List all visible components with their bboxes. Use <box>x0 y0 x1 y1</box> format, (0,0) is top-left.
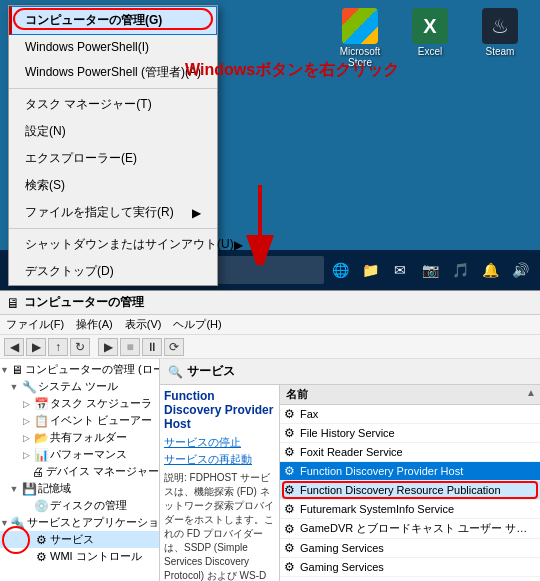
tree-toggle-shared[interactable]: ▷ <box>20 432 32 444</box>
tree-item-performance[interactable]: ▷ 📊 パフォーマンス <box>0 446 159 463</box>
service-row-fdph[interactable]: ⚙ Function Discovery Provider Host <box>280 462 540 481</box>
service-row-fax[interactable]: ⚙ Fax <box>280 405 540 424</box>
toolbar-up[interactable]: ↑ <box>48 338 68 356</box>
services-header-text: サービス <box>187 363 235 380</box>
service-row-foxit[interactable]: ⚙ Foxit Reader Service <box>280 443 540 462</box>
context-menu-item-task-mgr[interactable]: タスク マネージャー(T) <box>9 91 217 118</box>
window-titlebar: 🖥 コンピューターの管理 <box>0 291 540 315</box>
tree-toggle-event[interactable]: ▷ <box>20 415 32 427</box>
context-menu-item-powershell-admin[interactable]: Windows PowerShell (管理者)(A) <box>9 59 217 86</box>
ms-store-label: Microsoft Store <box>330 46 390 68</box>
service-row-icon-fh: ⚙ <box>284 426 298 440</box>
toolbar-pause[interactable]: ⏸ <box>142 338 162 356</box>
tree-item-services[interactable]: ⚙ サービス <box>0 531 159 548</box>
excel-label: Excel <box>418 46 442 57</box>
ms-store-app-icon <box>342 8 378 44</box>
tree-toggle-services[interactable] <box>20 534 32 546</box>
tree-icon-perf: 📊 <box>34 448 48 462</box>
menu-help[interactable]: ヘルプ(H) <box>173 317 221 332</box>
context-menu-item-run[interactable]: ファイルを指定して実行(R) ▶ <box>9 199 217 226</box>
service-col-name-header: 名前 <box>284 387 526 402</box>
toolbar-restart[interactable]: ⟳ <box>164 338 184 356</box>
context-menu: コンピューターの管理(G) Windows PowerShell(I) Wind… <box>8 5 218 286</box>
taskbar-icon-camera[interactable]: 📷 <box>418 258 442 282</box>
toolbar-refresh[interactable]: ↻ <box>70 338 90 356</box>
computer-management-window: 🖥 コンピューターの管理 ファイル(F) 操作(A) 表示(V) ヘルプ(H) … <box>0 290 540 581</box>
tree-toggle-system[interactable]: ▼ <box>8 381 20 393</box>
context-menu-item-computer-mgmt[interactable]: コンピューターの管理(G) <box>9 6 217 35</box>
context-menu-item-explorer[interactable]: エクスプローラー(E) <box>9 145 217 172</box>
tree-item-device-mgr[interactable]: 🖨 デバイス マネージャー <box>0 463 159 480</box>
tree-item-disk-mgmt[interactable]: 💿 ディスクの管理 <box>0 497 159 514</box>
toolbar-play[interactable]: ▶ <box>98 338 118 356</box>
taskbar-icon-music[interactable]: 🎵 <box>448 258 472 282</box>
service-row-icon-gaming2: ⚙ <box>284 560 298 574</box>
tree-item-shared-folders[interactable]: ▷ 📂 共有フォルダー <box>0 429 159 446</box>
service-row-icon-futuremark: ⚙ <box>284 502 298 516</box>
steam-icon-desktop[interactable]: ♨ Steam <box>470 8 530 68</box>
service-row-futuremark[interactable]: ⚙ Futuremark SystemInfo Service <box>280 500 540 519</box>
tree-toggle-storage[interactable]: ▼ <box>8 483 20 495</box>
tree-toggle-disk[interactable] <box>20 500 32 512</box>
tree-root[interactable]: ▼ 🖥 コンピューターの管理 (ローカル) <box>0 361 159 378</box>
tree-icon-disk: 💿 <box>34 499 48 513</box>
toolbar-forward[interactable]: ▶ <box>26 338 46 356</box>
tree-icon-wmi: ⚙ <box>34 550 48 564</box>
tree-item-task-scheduler[interactable]: ▷ 📅 タスク スケジューラ <box>0 395 159 412</box>
desktop-icons: Microsoft Store X Excel ♨ Steam <box>320 0 540 76</box>
context-menu-item-search[interactable]: 検索(S) <box>9 172 217 199</box>
service-detail-pane: Function Discovery Provider Host サービスの停止… <box>160 385 280 581</box>
taskbar-icon-web[interactable]: 🌐 <box>328 258 352 282</box>
tree-item-wmi[interactable]: ⚙ WMI コントロール <box>0 548 159 565</box>
tree-toggle-device[interactable] <box>18 466 29 478</box>
service-row-gamedvr[interactable]: ⚙ GameDVR とブロードキャスト ユーザー サービス... <box>280 519 540 539</box>
window-title-icon: 🖥 <box>6 295 20 311</box>
services-body: Function Discovery Provider Host サービスの停止… <box>160 385 540 581</box>
service-row-gaming2[interactable]: ⚙ Gaming Services <box>280 558 540 577</box>
tree-item-services-apps[interactable]: ▼ 🔩 サービスとアプリケーション <box>0 514 159 531</box>
context-menu-item-desktop[interactable]: デスクトップ(D) <box>9 258 217 285</box>
context-menu-item-shutdown[interactable]: シャットダウンまたはサインアウト(U) ▶ <box>9 231 217 258</box>
tree-item-storage[interactable]: ▼ 💾 記憶域 <box>0 480 159 497</box>
context-menu-item-powershell[interactable]: Windows PowerShell(I) <box>9 35 217 59</box>
service-row-fdrp[interactable]: ⚙ Function Discovery Resource Publicatio… <box>280 481 540 500</box>
service-row-file-history[interactable]: ⚙ File History Service <box>280 424 540 443</box>
taskbar-icon-mail[interactable]: ✉ <box>388 258 412 282</box>
tree-toggle-perf[interactable]: ▷ <box>20 449 32 461</box>
toolbar-back[interactable]: ◀ <box>4 338 24 356</box>
menu-file[interactable]: ファイル(F) <box>6 317 64 332</box>
service-row-gaming[interactable]: ⚙ Gaming Services <box>280 539 540 558</box>
menu-view[interactable]: 表示(V) <box>125 317 162 332</box>
steam-label: Steam <box>486 46 515 57</box>
taskbar-icon-volume[interactable]: 🔊 <box>508 258 532 282</box>
tree-label-device: デバイス マネージャー <box>46 464 159 479</box>
steam-app-icon: ♨ <box>482 8 518 44</box>
tree-label-perf: パフォーマンス <box>50 447 127 462</box>
menu-action[interactable]: 操作(A) <box>76 317 113 332</box>
window-content: ▼ 🖥 コンピューターの管理 (ローカル) ▼ 🔧 システム ツール ▷ 📅 タ… <box>0 359 540 581</box>
tree-toggle-wmi[interactable] <box>20 551 32 563</box>
tree-label-disk: ディスクの管理 <box>50 498 127 513</box>
service-restart-link[interactable]: サービスの再起動 <box>164 452 275 467</box>
excel-icon-desktop[interactable]: X Excel <box>400 8 460 68</box>
tree-label-services: サービス <box>50 532 94 547</box>
tree-icon-shared: 📂 <box>34 431 48 445</box>
service-list-header: 名前 ▲ <box>280 385 540 405</box>
tree-toggle-svc-apps[interactable]: ▼ <box>0 517 9 529</box>
tree-item-system-tools[interactable]: ▼ 🔧 システム ツール <box>0 378 159 395</box>
context-menu-item-settings[interactable]: 設定(N) <box>9 118 217 145</box>
service-detail-desc: 説明: FDPHOST サービスは、機能探索 (FD) ネットワーク探索プロバイ… <box>164 471 275 581</box>
tree-label-wmi: WMI コントロール <box>50 549 142 564</box>
tree-panel: ▼ 🖥 コンピューターの管理 (ローカル) ▼ 🔧 システム ツール ▷ 📅 タ… <box>0 359 160 581</box>
toolbar-stop[interactable]: ■ <box>120 338 140 356</box>
service-row-icon-fdrp: ⚙ <box>284 483 298 497</box>
tree-item-event-viewer[interactable]: ▷ 📋 イベント ビューアー <box>0 412 159 429</box>
tree-icon-system: 🔧 <box>22 380 36 394</box>
service-stop-link[interactable]: サービスの停止 <box>164 435 275 450</box>
tree-toggle-task[interactable]: ▷ <box>20 398 32 410</box>
tree-icon-event: 📋 <box>34 414 48 428</box>
taskbar-icon-file[interactable]: 📁 <box>358 258 382 282</box>
tree-toggle-root[interactable]: ▼ <box>0 364 9 376</box>
ms-store-icon-desktop[interactable]: Microsoft Store <box>330 8 390 68</box>
taskbar-icon-bell[interactable]: 🔔 <box>478 258 502 282</box>
